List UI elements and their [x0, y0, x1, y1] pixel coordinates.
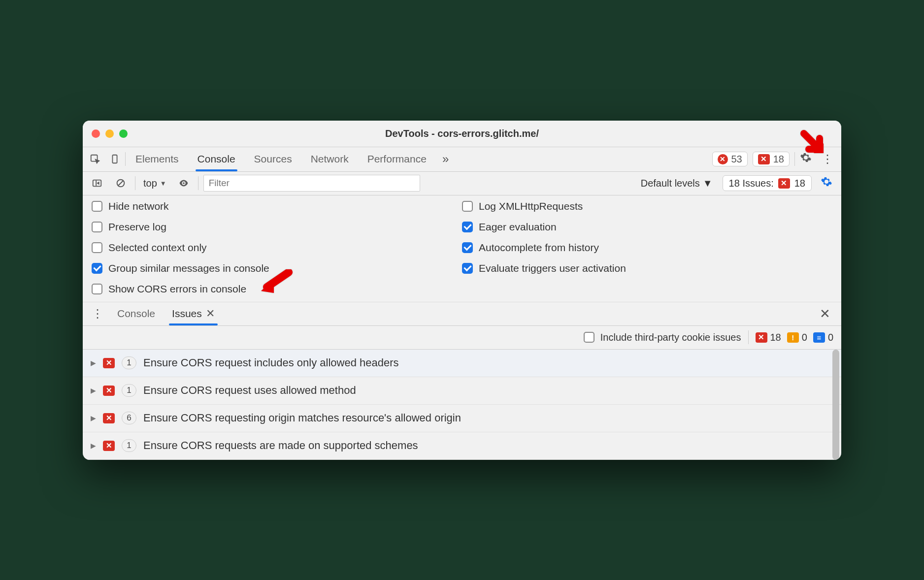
sidebar-toggle-icon[interactable]	[88, 174, 106, 193]
traffic-lights	[92, 129, 128, 138]
issue-row[interactable]: ▶ ✕ 1 Ensure CORS request uses allowed m…	[83, 377, 841, 405]
tab-network[interactable]: Network	[302, 147, 358, 171]
setting-show-cors-errors[interactable]: Show CORS errors in console	[92, 283, 462, 295]
inspect-element-icon[interactable]	[86, 150, 104, 168]
drawer-tabs: ⋮ Console Issues ✕ ✕	[83, 302, 841, 326]
issue-icon: ✕	[103, 386, 115, 396]
setting-preserve-log[interactable]: Preserve log	[92, 221, 462, 233]
warning-icon: !	[787, 332, 799, 343]
issue-count-pill: 1	[122, 384, 136, 397]
live-expression-icon[interactable]	[174, 174, 193, 193]
expand-icon[interactable]: ▶	[91, 414, 96, 422]
kebab-menu-icon[interactable]: ⋮	[817, 152, 838, 166]
count-errors[interactable]: ✕18	[756, 332, 781, 343]
console-settings-gear-icon[interactable]	[817, 176, 836, 191]
issue-count-pill: 6	[122, 412, 136, 424]
clear-console-icon[interactable]	[111, 174, 130, 193]
issue-icon: ✕	[103, 358, 115, 368]
close-window-button[interactable]	[92, 129, 100, 138]
main-tabs: Elements Console Sources Network Perform…	[83, 147, 841, 172]
chevron-down-icon: ▼	[160, 180, 166, 187]
context-label: top	[143, 178, 157, 189]
more-tabs-button[interactable]: »	[436, 152, 455, 166]
expand-icon[interactable]: ▶	[91, 359, 96, 367]
console-settings-panel: Hide network Log XMLHttpRequests Preserv…	[83, 195, 841, 302]
settings-gear-icon[interactable]	[796, 152, 816, 166]
drawer-tab-console[interactable]: Console	[109, 302, 163, 325]
levels-label: Default levels	[641, 178, 700, 189]
checkbox-icon	[92, 242, 102, 253]
tab-console[interactable]: Console	[189, 147, 244, 171]
issue-count-pill: 1	[122, 356, 136, 369]
info-icon: ≡	[813, 332, 825, 343]
chevron-down-icon: ▼	[703, 178, 713, 189]
filter-input[interactable]	[203, 175, 420, 192]
divider	[198, 176, 198, 190]
issue-title: Ensure CORS requesting origin matches re…	[143, 412, 461, 424]
checkbox-icon	[584, 332, 594, 343]
issue-count-badge[interactable]: ✕ 18	[753, 152, 790, 166]
divider	[135, 176, 135, 190]
log-level-selector[interactable]: Default levels ▼	[636, 178, 718, 189]
issues-list: ▶ ✕ 1 Ensure CORS request includes only …	[83, 350, 841, 460]
tab-performance[interactable]: Performance	[359, 147, 435, 171]
context-selector[interactable]: top ▼	[140, 178, 169, 189]
include-third-party-toggle[interactable]: Include third-party cookie issues	[584, 332, 741, 343]
setting-selected-context[interactable]: Selected context only	[92, 242, 462, 254]
count-info[interactable]: ≡0	[813, 332, 833, 343]
checkbox-icon	[462, 222, 473, 232]
issue-row[interactable]: ▶ ✕ 1 Ensure CORS request includes only …	[83, 350, 841, 377]
device-toolbar-icon[interactable]	[105, 150, 124, 168]
zoom-window-button[interactable]	[119, 129, 128, 138]
setting-eval-user-activation[interactable]: Evaluate triggers user activation	[462, 262, 832, 274]
issues-label: 18 Issues:	[729, 178, 774, 189]
checkbox-icon	[92, 284, 102, 294]
issues-toolbar: Include third-party cookie issues ✕18 !0…	[83, 326, 841, 350]
issue-title: Ensure CORS request uses allowed method	[143, 384, 356, 397]
close-tab-icon[interactable]: ✕	[206, 307, 215, 320]
divider	[748, 330, 749, 344]
window-title: DevTools - cors-errors.glitch.me/	[83, 128, 841, 139]
issue-icon: ✕	[758, 154, 770, 164]
setting-hide-network[interactable]: Hide network	[92, 200, 462, 212]
issue-row[interactable]: ▶ ✕ 6 Ensure CORS requesting origin matc…	[83, 405, 841, 432]
console-toolbar: top ▼ Default levels ▼ 18 Issues: ✕ 18	[83, 172, 841, 195]
close-drawer-icon[interactable]: ✕	[813, 306, 837, 322]
issues-summary-badge[interactable]: 18 Issues: ✕ 18	[723, 175, 812, 191]
expand-icon[interactable]: ▶	[91, 442, 96, 450]
setting-eager-eval[interactable]: Eager evaluation	[462, 221, 832, 233]
issue-row[interactable]: ▶ ✕ 1 Ensure CORS requests are made on s…	[83, 432, 841, 460]
issue-icon: ✕	[778, 178, 790, 189]
divider	[125, 152, 126, 166]
svg-point-4	[183, 182, 185, 184]
svg-rect-1	[112, 155, 117, 163]
checkbox-icon	[92, 201, 102, 212]
minimize-window-button[interactable]	[105, 129, 114, 138]
issue-title: Ensure CORS requests are made on support…	[143, 439, 418, 452]
checkbox-icon	[462, 242, 473, 253]
expand-icon[interactable]: ▶	[91, 387, 96, 394]
checkbox-icon	[462, 263, 473, 274]
titlebar: DevTools - cors-errors.glitch.me/	[83, 121, 841, 147]
checkbox-icon	[462, 201, 473, 212]
issue-counts: ✕18 !0 ≡0	[756, 332, 834, 343]
setting-group-similar[interactable]: Group similar messages in console	[92, 262, 462, 274]
setting-log-xhr[interactable]: Log XMLHttpRequests	[462, 200, 832, 212]
tab-sources[interactable]: Sources	[245, 147, 301, 171]
issue-count-pill: 1	[122, 439, 136, 452]
checkbox-icon	[92, 263, 102, 274]
checkbox-icon	[92, 222, 102, 232]
drawer-menu-icon[interactable]: ⋮	[87, 307, 108, 321]
tab-elements[interactable]: Elements	[127, 147, 188, 171]
issue-icon: ✕	[756, 332, 767, 343]
setting-autocomplete-history[interactable]: Autocomplete from history	[462, 242, 832, 254]
error-count-badge[interactable]: ✕ 53	[712, 152, 748, 166]
issues-count: 18	[794, 178, 805, 189]
scrollbar[interactable]	[832, 350, 839, 460]
error-icon: ✕	[718, 154, 728, 164]
devtools-window: DevTools - cors-errors.glitch.me/ Elemen…	[83, 121, 841, 460]
count-warnings[interactable]: !0	[787, 332, 807, 343]
issue-count: 18	[773, 154, 784, 165]
issue-icon: ✕	[103, 413, 115, 423]
drawer-tab-issues[interactable]: Issues ✕	[164, 302, 223, 325]
